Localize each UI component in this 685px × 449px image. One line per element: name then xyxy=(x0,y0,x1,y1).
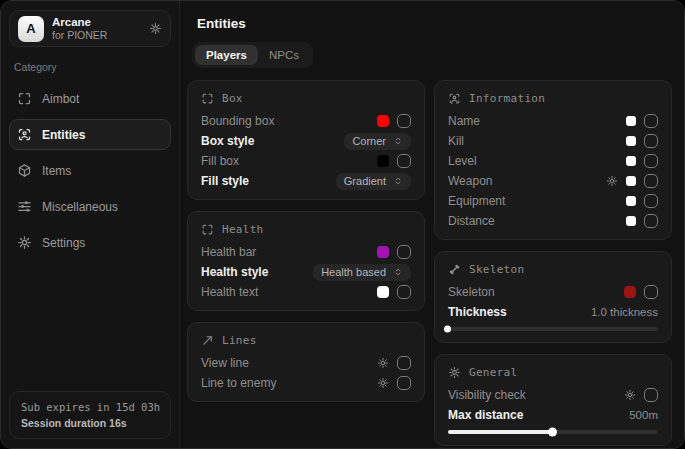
sidebar-item-entities[interactable]: Entities xyxy=(9,119,171,150)
panel-title: General xyxy=(469,366,517,379)
sub-expiry-text: Sub expires in 15d 03h xyxy=(21,401,159,413)
unfold-icon xyxy=(393,176,403,186)
gear-icon[interactable] xyxy=(377,377,389,389)
gear-icon[interactable] xyxy=(624,389,636,401)
setting-row-level: Level xyxy=(448,154,658,168)
checkbox[interactable] xyxy=(397,154,411,168)
checkbox[interactable] xyxy=(644,388,658,402)
setting-label: Fill box xyxy=(201,154,239,168)
setting-label: Line to enemy xyxy=(201,376,276,390)
color-swatch[interactable] xyxy=(377,246,389,258)
color-swatch[interactable] xyxy=(624,286,636,298)
sun-icon xyxy=(448,366,461,379)
color-swatch[interactable] xyxy=(377,155,389,167)
sidebar-item-label: Settings xyxy=(42,236,85,250)
checkbox[interactable] xyxy=(397,376,411,390)
color-swatch[interactable] xyxy=(377,286,389,298)
corner-brackets-icon xyxy=(201,92,214,105)
setting-row-health-bar: Health bar xyxy=(201,245,411,259)
setting-label: Box style xyxy=(201,134,254,148)
slider-thumb[interactable] xyxy=(444,326,451,333)
brand-card: A Arcane for PIONER xyxy=(9,10,171,47)
panel-lines: Lines View line Line to enemy xyxy=(187,322,425,402)
setting-row-fill-style: Fill style Gradient xyxy=(201,174,411,188)
setting-row-health-style: Health style Health based xyxy=(201,265,411,279)
gear-icon[interactable] xyxy=(149,22,162,35)
person-scan-icon xyxy=(17,127,32,142)
cube-icon xyxy=(17,163,32,178)
color-swatch[interactable] xyxy=(626,216,636,226)
slider-thumb[interactable] xyxy=(548,428,557,437)
category-label: Category xyxy=(14,61,171,73)
app-logo: A xyxy=(18,16,44,42)
checkbox[interactable] xyxy=(397,245,411,259)
tab-bar: Players NPCs xyxy=(192,42,313,68)
checkbox[interactable] xyxy=(397,114,411,128)
dropdown-value: Health based xyxy=(321,267,386,278)
checkbox[interactable] xyxy=(644,174,658,188)
color-swatch[interactable] xyxy=(626,156,636,166)
checkbox[interactable] xyxy=(397,356,411,370)
bone-icon xyxy=(448,263,461,276)
setting-label: Visibility check xyxy=(448,388,526,402)
setting-row-health-text: Health text xyxy=(201,285,411,299)
setting-row-box-style: Box style Corner xyxy=(201,134,411,148)
gear-icon[interactable] xyxy=(606,175,618,187)
session-duration-text: Session duration 16s xyxy=(21,417,159,429)
dropdown-value: Corner xyxy=(352,136,386,147)
slider-value: 500m xyxy=(629,409,658,421)
color-swatch[interactable] xyxy=(626,116,636,126)
tab-npcs[interactable]: NPCs xyxy=(258,45,310,65)
setting-label: Max distance xyxy=(448,408,523,422)
tab-players[interactable]: Players xyxy=(195,45,258,65)
checkbox[interactable] xyxy=(397,285,411,299)
sidebar-item-miscellaneous[interactable]: Miscellaneous xyxy=(9,191,171,222)
corner-brackets-icon xyxy=(201,223,214,236)
checkbox[interactable] xyxy=(644,194,658,208)
color-swatch[interactable] xyxy=(626,196,636,206)
page-title: Entities xyxy=(197,16,672,31)
checkbox[interactable] xyxy=(644,114,658,128)
brand-subtitle: for PIONER xyxy=(52,29,141,41)
color-swatch[interactable] xyxy=(626,136,636,146)
checkbox[interactable] xyxy=(644,285,658,299)
health-style-dropdown[interactable]: Health based xyxy=(313,264,411,281)
sidebar-item-aimbot[interactable]: Aimbot xyxy=(9,83,171,114)
setting-label: Equipment xyxy=(448,194,505,208)
checkbox[interactable] xyxy=(644,154,658,168)
setting-row-skeleton: Skeleton xyxy=(448,285,658,299)
thickness-slider[interactable] xyxy=(448,327,658,331)
subscription-card: Sub expires in 15d 03h Session duration … xyxy=(9,391,171,439)
setting-row-max-distance: Max distance 500m xyxy=(448,408,658,422)
unfold-icon xyxy=(393,136,403,146)
panel-title: Health xyxy=(222,223,264,236)
panel-general: General Visibility check Max distance xyxy=(434,354,672,446)
slider-value: 1.0 thickness xyxy=(591,306,658,318)
box-style-dropdown[interactable]: Corner xyxy=(344,133,411,150)
brand-name: Arcane xyxy=(52,16,141,29)
fill-style-dropdown[interactable]: Gradient xyxy=(336,173,411,190)
setting-row-bounding-box: Bounding box xyxy=(201,114,411,128)
sidebar-nav: Aimbot Entities Items Miscellaneous Sett… xyxy=(9,83,171,263)
sidebar-item-label: Items xyxy=(42,164,71,178)
color-swatch[interactable] xyxy=(377,115,389,127)
sliders-icon xyxy=(17,199,32,214)
panel-title: Skeleton xyxy=(469,263,524,276)
sidebar-item-label: Entities xyxy=(42,128,85,142)
unfold-icon xyxy=(393,267,403,277)
gear-icon[interactable] xyxy=(377,357,389,369)
color-swatch[interactable] xyxy=(626,176,636,186)
checkbox[interactable] xyxy=(644,214,658,228)
sidebar-item-settings[interactable]: Settings xyxy=(9,227,171,258)
max-distance-slider[interactable] xyxy=(448,430,658,434)
setting-label: Name xyxy=(448,114,480,128)
setting-label: Bounding box xyxy=(201,114,274,128)
sidebar-item-items[interactable]: Items xyxy=(9,155,171,186)
setting-row-equipment: Equipment xyxy=(448,194,658,208)
setting-row-kill: Kill xyxy=(448,134,658,148)
setting-label: Health style xyxy=(201,265,268,279)
setting-label: Level xyxy=(448,154,477,168)
setting-row-visibility-check: Visibility check xyxy=(448,388,658,402)
checkbox[interactable] xyxy=(644,134,658,148)
setting-label: Skeleton xyxy=(448,285,495,299)
